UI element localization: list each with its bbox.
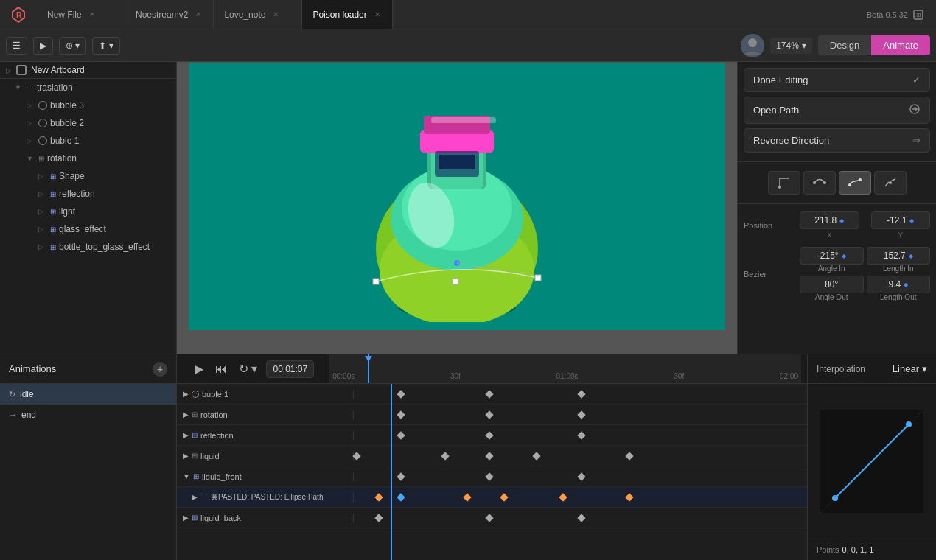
tl-track-liquid-back[interactable] — [354, 508, 807, 528]
zoom-control[interactable]: 174% ▾ — [770, 38, 812, 54]
layer-glass-effect[interactable]: ▷ ⊞ glass_effect — [0, 220, 176, 238]
done-editing-button[interactable]: Done Editing ✓ — [744, 68, 930, 92]
node-tool-corner[interactable] — [768, 171, 800, 195]
play-button[interactable]: ▶ — [192, 359, 206, 379]
user-avatar — [741, 34, 764, 57]
angle-out-value: 80° — [825, 279, 838, 290]
expand-arrow[interactable]: ▷ — [27, 137, 35, 144]
keyframe[interactable] — [577, 390, 585, 398]
keyframe[interactable] — [397, 390, 405, 398]
node-tool-smooth[interactable] — [803, 171, 836, 195]
keyframe[interactable] — [374, 493, 383, 501]
skip-back-button[interactable]: ⏮ — [212, 360, 230, 379]
tab-close-new-file[interactable]: ✕ — [88, 9, 97, 20]
expand-arrow[interactable]: ▷ — [27, 119, 35, 127]
reverse-direction-button[interactable]: Reverse Direction ⇒ — [744, 128, 930, 153]
keyframe[interactable] — [441, 452, 449, 460]
keyframe[interactable] — [559, 493, 567, 501]
layer-bubble3[interactable]: ▷ bubble 3 — [0, 97, 176, 114]
animation-idle[interactable]: ↻ idle — [0, 384, 176, 405]
node-tool-asymmetric[interactable] — [839, 171, 871, 195]
tl-expand-pasted[interactable]: ▶ — [192, 493, 198, 501]
time-display[interactable]: 00:01:07 — [266, 360, 314, 378]
keyframe[interactable] — [485, 452, 493, 460]
keyframe[interactable] — [485, 390, 493, 398]
circle-icon-small — [192, 391, 199, 398]
keyframe[interactable] — [485, 410, 493, 419]
tl-expand-rotation[interactable]: ▶ — [183, 410, 189, 419]
keyframe[interactable] — [352, 452, 360, 460]
tl-track-pasted[interactable] — [354, 487, 807, 507]
keyframe[interactable] — [397, 472, 405, 480]
chevron-down-icon: ▾ — [922, 363, 927, 374]
layer-bottle-top[interactable]: ▷ ⊞ bottle_top_glass_effect — [0, 238, 176, 256]
svg-rect-23 — [431, 117, 496, 123]
tl-expand-buble1[interactable]: ▶ — [183, 390, 189, 398]
select-tool[interactable]: ▶ — [33, 37, 53, 55]
add-animation-button[interactable]: + — [153, 362, 167, 377]
keyframe[interactable] — [397, 410, 405, 419]
menu-button[interactable]: ☰ — [6, 37, 27, 55]
tab-label: Poison loader — [312, 10, 366, 20]
node-tool-disconnected[interactable] — [874, 171, 907, 195]
tl-expand-liquid[interactable]: ▶ — [183, 452, 189, 460]
keyframe[interactable] — [485, 431, 493, 439]
group-icon: ⊞ — [192, 452, 198, 460]
layer-buble1[interactable]: ▷ buble 1 — [0, 132, 176, 150]
expand-arrow[interactable]: ▷ — [38, 225, 47, 233]
tab-close-poison-loader[interactable]: ✕ — [373, 9, 382, 20]
keyframe[interactable] — [577, 410, 585, 419]
keyframe[interactable] — [485, 514, 493, 522]
keyframe[interactable] — [577, 431, 585, 439]
design-button[interactable]: Design — [818, 35, 871, 55]
keyframe[interactable] — [625, 493, 633, 501]
tl-track-buble1[interactable] — [354, 384, 807, 404]
loop-button[interactable]: ↻ ▾ — [236, 359, 260, 379]
expand-arrow[interactable]: ▷ — [38, 243, 47, 251]
tl-label-reflection: reflection — [200, 431, 234, 440]
layer-rotation[interactable]: ▼ ⊞ rotation — [0, 150, 176, 167]
layer-shape[interactable]: ▷ ⊞ Shape — [0, 167, 176, 185]
tab-noestreamv2[interactable]: Noestreamv2 ✕ — [125, 0, 214, 29]
keyframe[interactable] — [374, 514, 383, 522]
expand-arrow[interactable]: ▷ — [38, 172, 47, 180]
layer-light[interactable]: ▷ ⊞ light — [0, 203, 176, 220]
keyframe[interactable] — [577, 472, 585, 480]
interpolation-type-selector[interactable]: Linear ▾ — [893, 363, 927, 374]
keyframe[interactable] — [625, 452, 633, 460]
tab-new-file[interactable]: New File ✕ — [37, 0, 125, 29]
layer-bubble2[interactable]: ▷ bubble 2 — [0, 114, 176, 132]
keyframe[interactable] — [485, 472, 493, 480]
animate-button[interactable]: Animate — [871, 35, 930, 55]
animation-end[interactable]: → end — [0, 405, 176, 425]
tl-row-label-liquid-back: ▶ ⊞ liquid_back — [177, 514, 354, 522]
expand-arrow[interactable]: ▷ — [38, 190, 47, 197]
tl-track-rotation[interactable] — [354, 405, 807, 424]
keyframe[interactable] — [397, 493, 405, 501]
tl-track-reflection[interactable] — [354, 425, 807, 445]
tl-track-liquid[interactable] — [354, 446, 807, 466]
expand-arrow[interactable]: ▼ — [15, 84, 24, 91]
tab-poison-loader[interactable]: Poison loader ✕ — [302, 0, 392, 29]
expand-arrow[interactable]: ▷ — [38, 208, 47, 215]
keyframe[interactable] — [463, 493, 471, 501]
keyframe[interactable] — [397, 431, 405, 439]
layer-reflection[interactable]: ▷ ⊞ reflection — [0, 185, 176, 203]
layer-traslation[interactable]: ▼ ⋯ traslation — [0, 79, 176, 97]
tab-love-note[interactable]: Love_note ✕ — [214, 0, 302, 29]
expand-arrow[interactable]: ▷ — [27, 102, 35, 109]
add-tool[interactable]: ⊕ ▾ — [59, 37, 86, 55]
tl-track-liquid-front[interactable] — [354, 466, 807, 486]
expand-arrow[interactable]: ▼ — [27, 155, 35, 162]
keyframe[interactable] — [577, 514, 585, 522]
open-path-button[interactable]: Open Path — [744, 97, 930, 124]
tl-expand-liquid-back[interactable]: ▶ — [183, 514, 189, 522]
artboard-expand[interactable]: ▷ — [6, 66, 12, 74]
keyframe[interactable] — [500, 493, 508, 501]
tl-expand-liquid-front[interactable]: ▼ — [183, 472, 190, 480]
tab-close-noestreamv2[interactable]: ✕ — [194, 9, 203, 20]
export-tool[interactable]: ⬆ ▾ — [92, 37, 119, 55]
tl-expand-reflection[interactable]: ▶ — [183, 431, 189, 439]
keyframe[interactable] — [532, 452, 540, 460]
tab-close-love-note[interactable]: ✕ — [271, 9, 280, 20]
